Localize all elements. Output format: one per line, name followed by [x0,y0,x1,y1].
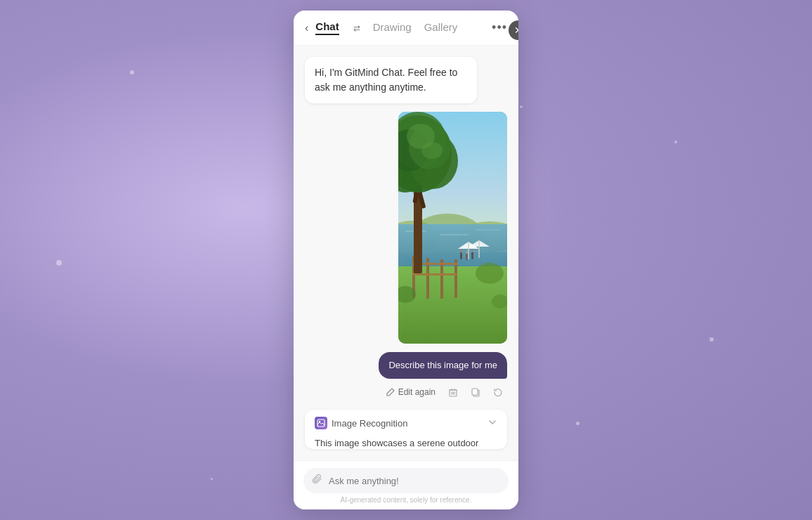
refresh-button[interactable] [490,386,506,398]
svg-rect-11 [440,259,443,299]
user-message-wrap: Describe this image for me Edit again [379,352,507,401]
image-recognition-icon [317,419,325,427]
user-bubble: Describe this image for me [379,352,507,379]
disclaimer: AI-generated content, solely for referen… [303,493,509,505]
svg-point-35 [471,249,474,252]
particle [674,141,677,143]
swap-icon: ⇄ [353,23,360,33]
more-button[interactable]: ••• [492,20,507,35]
particle [576,422,579,425]
svg-rect-14 [412,273,457,275]
ai-icon [315,417,327,429]
landscape-image [398,112,507,344]
svg-rect-30 [460,252,462,259]
particle [130,70,134,74]
back-button[interactable]: ‹ [305,22,308,34]
svg-point-33 [466,251,469,254]
svg-point-31 [459,249,463,253]
svg-rect-34 [471,252,473,259]
chat-input-area: AI-generated content, solely for referen… [294,460,518,509]
delete-button[interactable] [445,386,461,398]
ai-response: Image Recognition This image showcases a… [305,410,507,449]
chat-panel: ✕ ▶ ‹ Chat ⇄ Drawing Gallery ••• Hi, I'm… [294,11,518,509]
refresh-icon [493,387,503,397]
attach-icon[interactable] [312,474,323,488]
edit-icon [386,387,395,397]
attach-svg [312,474,323,485]
chat-input[interactable] [329,476,500,486]
image-message [398,112,507,344]
edit-again-button[interactable]: Edit again [383,386,438,398]
ai-label: Image Recognition [315,417,407,429]
chat-image [398,112,507,344]
svg-point-36 [476,263,504,284]
chat-header: ‹ Chat ⇄ Drawing Gallery ••• [294,11,518,46]
particle [56,260,62,266]
chevron-down-icon [487,417,497,429]
input-row [303,468,509,493]
svg-rect-32 [466,254,468,260]
svg-rect-12 [454,259,457,298]
delete-icon [448,387,458,397]
chat-body: Hi, I'm GitMind Chat. Feel free to ask m… [294,46,518,460]
svg-rect-47 [472,389,478,395]
action-row: Edit again [381,383,507,401]
tab-chat[interactable]: Chat [315,20,339,35]
ai-response-header[interactable]: Image Recognition [305,410,507,436]
particle [520,105,523,108]
particle [709,337,714,342]
welcome-message: Hi, I'm GitMind Chat. Feel free to ask m… [305,57,477,103]
svg-point-25 [421,142,443,159]
copy-button[interactable] [468,386,483,398]
tab-gallery[interactable]: Gallery [424,21,458,34]
ai-response-text: This image showcases a serene outdoor se… [305,436,507,449]
chevron-icon [487,417,497,427]
particle [211,478,213,480]
tab-drawing[interactable]: Drawing [373,21,412,34]
header-tabs: Chat ⇄ Drawing Gallery [315,20,492,35]
copy-icon [471,387,480,397]
